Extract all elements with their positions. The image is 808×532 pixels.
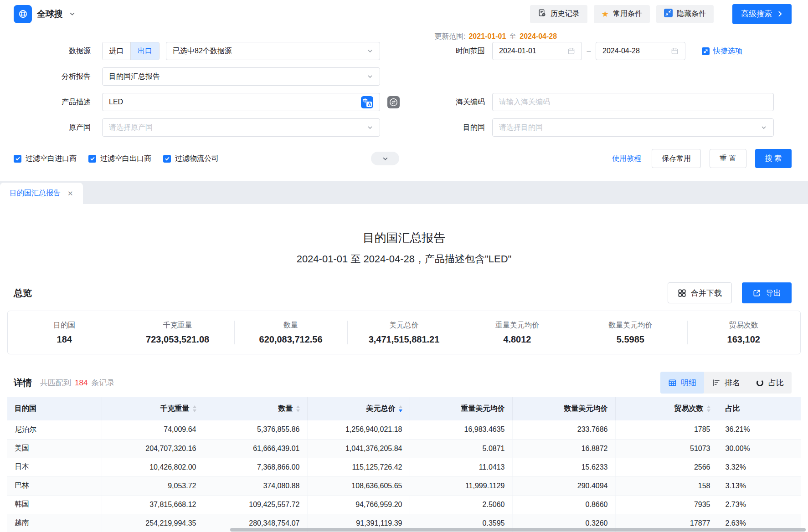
column-header[interactable]: 千克重量 [102,397,204,420]
stat-label: 重量美元均价 [495,321,539,330]
data-source-row: 数据源 进口 出口 已选中82个数据源 [14,42,380,60]
merge-download-icon [678,289,686,297]
stat-label: 目的国 [53,321,75,330]
view-button-rank[interactable]: 排名 [704,372,748,394]
hide-conditions-label: 隐藏条件 [677,9,706,19]
value-cell: 11,999.1129 [410,476,512,495]
hs-code-row: 海关编码 [380,93,792,111]
merge-download-button[interactable]: 合并下载 [668,282,732,303]
filter-checkbox[interactable]: 过滤物流公司 [163,154,219,164]
details-title: 详情 [14,377,32,389]
stat-label: 贸易次数 [729,321,758,330]
stat-item: 贸易次数 163,102 [687,321,800,345]
report-subtitle: 2024-01-01 至 2024-04-28，产品描述包含"LED" [0,252,808,266]
favorites-button[interactable]: ★ 常用条件 [594,5,650,23]
merge-download-label: 合并下载 [691,288,722,298]
save-preset-button[interactable]: 保存常用 [652,149,701,168]
horizontal-scrollbar-thumb[interactable] [230,528,806,532]
value-cell: 2566 [615,458,718,476]
report-content: 目的国汇总报告 2024-01-01 至 2024-04-28，产品描述包含"L… [0,230,808,532]
value-cell: 94,766,959.20 [307,495,410,514]
checkbox-label: 过滤空白进口商 [26,154,77,164]
data-source-select[interactable]: 已选中82个数据源 [166,42,380,60]
origin-country-placeholder: 请选择原产国 [109,123,367,133]
tab-destination-report[interactable]: 目的国汇总报告 ✕ [0,183,83,204]
tabbar: 目的国汇总报告 ✕ [0,181,808,204]
export-toggle[interactable]: 出口 [131,42,159,60]
divider [723,8,723,20]
destination-cell: 美国 [7,439,102,458]
value-cell: 5.0871 [410,439,512,458]
import-toggle[interactable]: 进口 [103,42,131,60]
sort-carets-icon[interactable] [193,405,196,412]
table-row: 日本10,426,802.007,368,866.00115,125,726.4… [7,458,801,476]
translate-icon[interactable]: 中 A [361,96,373,108]
checkbox-checked-icon[interactable] [14,155,21,163]
column-label: 占比 [726,404,740,414]
tutorial-link[interactable]: 使用教程 [612,154,641,164]
brand[interactable]: 全球搜 [14,5,76,23]
stat-item: 重量美元均价 4.8012 [461,321,574,345]
checkbox-checked-icon[interactable] [163,155,171,163]
date-end-input[interactable] [602,47,671,55]
reset-button[interactable]: 重 置 [710,149,746,168]
column-label: 美元总价 [366,404,396,414]
value-cell: 9,053.72 [102,476,204,495]
chevron-down-icon[interactable] [69,10,76,17]
date-start-field[interactable] [492,42,582,60]
tab-title: 目的国汇总报告 [10,189,61,198]
expand-conditions-button[interactable] [371,152,399,165]
product-input[interactable] [109,98,361,106]
stat-item: 数量 620,083,712.56 [234,321,347,345]
stat-value: 184 [57,334,72,345]
match-count: 184 [75,379,87,388]
match-suffix: 条记录 [91,378,114,388]
column-label: 数量 [278,404,293,414]
value-cell: 30.00% [718,439,801,458]
column-header[interactable]: 美元总价 [307,397,410,420]
date-end-field[interactable] [596,42,685,60]
close-icon[interactable]: ✕ [67,190,73,197]
view-button-detail-table[interactable]: 明细 [660,372,704,394]
date-start-input[interactable] [499,47,567,55]
report-type-select[interactable]: 目的国汇总报告 [102,67,380,86]
origin-country-select[interactable]: 请选择原产国 [102,118,380,137]
import-export-toggle: 进口 出口 [102,42,160,60]
advanced-search-button[interactable]: 高级搜索 [732,4,792,24]
column-header: 重量美元均价 [410,397,512,420]
destination-cell: 越南 [7,514,102,532]
update-range: 更新范围: 2021-01-01 至 2024-04-28 [434,31,792,42]
stat-label: 千克重量 [163,321,192,330]
sort-carets-icon[interactable] [707,405,710,412]
view-button-pie[interactable]: 占比 [748,372,792,394]
destination-country-row: 目的国 请选择目的国 [380,118,792,137]
filter-checkbox[interactable]: 过滤空白进口商 [14,154,77,164]
sort-carets-icon[interactable] [296,405,300,412]
checkbox-checked-icon[interactable] [88,155,96,163]
match-summary: 共匹配到 184 条记录 [40,378,114,388]
hide-conditions-button[interactable]: 隐藏条件 [656,5,714,23]
export-button[interactable]: 导出 [742,282,792,303]
stat-label: 数量美元均价 [608,321,652,330]
destination-cell: 韩国 [7,495,102,514]
chevron-down-icon [367,48,373,54]
stat-value: 620,083,712.56 [259,334,323,345]
value-cell: 36.21% [718,420,801,439]
column-label: 千克重量 [160,404,190,414]
column-header[interactable]: 贸易次数 [615,397,718,420]
hs-code-input[interactable] [499,98,767,106]
table-body: 尼泊尔74,009.645,376,855.861,256,940,021.18… [7,420,801,532]
stat-item: 目的国 184 [8,321,121,345]
destination-country-select[interactable]: 请选择目的国 [492,118,774,137]
filter-checkbox[interactable]: 过滤空白出口商 [88,154,151,164]
value-cell: 233.7686 [512,420,615,439]
sort-carets-icon[interactable] [399,405,402,412]
quick-options-link[interactable]: 快捷选项 [702,46,742,56]
history-button[interactable]: 历史记录 [530,5,587,23]
destination-cell: 巴林 [7,476,102,495]
calendar-icon [671,47,679,55]
view-label: 排名 [725,378,740,388]
column-header: 占比 [718,397,801,420]
search-button[interactable]: 搜 索 [755,149,792,168]
column-header[interactable]: 数量 [204,397,307,420]
